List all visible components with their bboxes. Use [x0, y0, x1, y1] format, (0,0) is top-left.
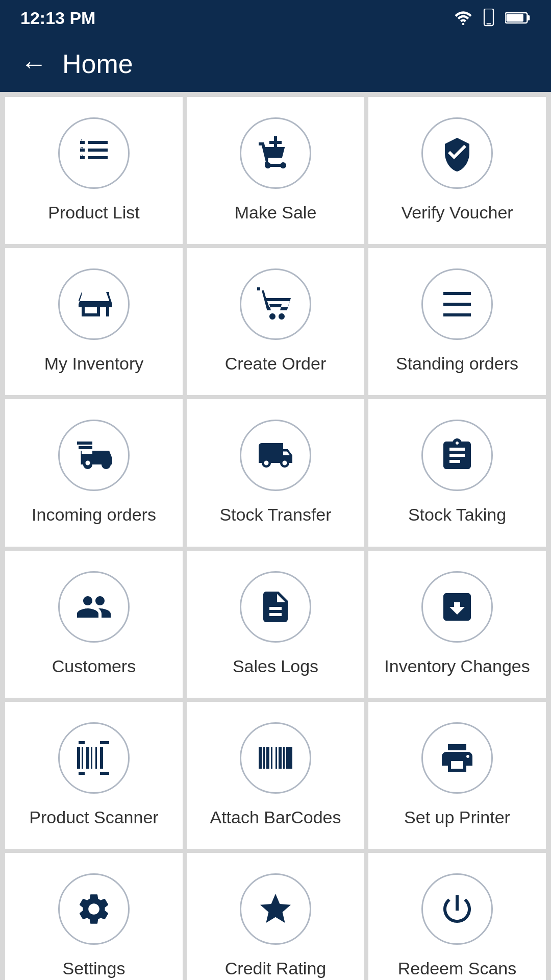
grid-item-customers[interactable]: Customers — [5, 551, 183, 698]
credit-rating-icon — [240, 873, 311, 945]
grid-item-create-order[interactable]: Create Order — [187, 248, 364, 395]
product-scanner-icon — [58, 722, 130, 794]
phone-icon — [482, 9, 496, 27]
svg-rect-4 — [507, 14, 523, 22]
grid-item-attach-barcodes[interactable]: Attach BarCodes — [187, 702, 364, 849]
make-sale-icon — [240, 117, 311, 189]
back-button[interactable]: ← — [20, 48, 47, 79]
grid-item-stock-transfer[interactable]: Stock Transfer — [187, 399, 364, 546]
attach-barcodes-icon — [240, 722, 311, 794]
standing-orders-label: Standing orders — [396, 352, 518, 375]
svg-rect-5 — [527, 15, 530, 20]
standing-orders-icon — [421, 268, 493, 340]
grid-item-sales-logs[interactable]: Sales Logs — [187, 551, 364, 698]
inventory-changes-label: Inventory Changes — [384, 655, 530, 677]
grid-item-product-scanner[interactable]: Product Scanner — [5, 702, 183, 849]
svg-text:1: 1 — [80, 138, 84, 145]
stock-taking-icon — [421, 420, 493, 491]
create-order-icon — [240, 268, 311, 340]
battery-icon — [505, 11, 531, 25]
grid-item-credit-rating[interactable]: Credit Rating — [187, 853, 364, 980]
svg-point-0 — [462, 23, 465, 25]
page-title: Home — [62, 48, 133, 79]
sales-logs-icon — [240, 571, 311, 643]
wifi-icon — [454, 11, 472, 25]
my-inventory-label: My Inventory — [44, 352, 144, 375]
grid-item-set-up-printer[interactable]: Set up Printer — [368, 702, 546, 849]
stock-taking-label: Stock Taking — [408, 503, 506, 526]
svg-rect-9 — [88, 149, 108, 152]
status-bar: 12:13 PM — [0, 0, 551, 36]
grid-item-product-list[interactable]: 123Product List — [5, 97, 183, 244]
settings-icon — [58, 873, 130, 945]
sales-logs-label: Sales Logs — [233, 655, 318, 677]
grid-item-incoming-orders[interactable]: Incoming orders — [5, 399, 183, 546]
inventory-changes-icon — [421, 571, 493, 643]
customers-icon — [58, 571, 130, 643]
product-scanner-label: Product Scanner — [29, 806, 158, 828]
make-sale-label: Make Sale — [235, 201, 317, 224]
grid-item-make-sale[interactable]: Make Sale — [187, 97, 364, 244]
product-list-label: Product List — [48, 201, 140, 224]
svg-text:2: 2 — [80, 146, 84, 153]
svg-rect-2 — [487, 23, 491, 24]
grid-item-verify-voucher[interactable]: Verify Voucher — [368, 97, 546, 244]
set-up-printer-label: Set up Printer — [404, 806, 510, 828]
stock-transfer-label: Stock Transfer — [219, 503, 331, 526]
status-icons — [454, 9, 531, 27]
verify-voucher-label: Verify Voucher — [401, 201, 513, 224]
product-list-icon: 123 — [58, 117, 130, 189]
settings-label: Settings — [63, 957, 126, 979]
svg-text:3: 3 — [80, 154, 84, 161]
attach-barcodes-label: Attach BarCodes — [210, 806, 341, 828]
svg-rect-1 — [484, 9, 493, 26]
main-grid: 123Product ListMake SaleVerify VoucherMy… — [0, 92, 551, 980]
grid-item-inventory-changes[interactable]: Inventory Changes — [368, 551, 546, 698]
create-order-label: Create Order — [225, 352, 326, 375]
svg-rect-15 — [439, 290, 442, 315]
grid-item-standing-orders[interactable]: Standing orders — [368, 248, 546, 395]
grid-item-settings[interactable]: Settings — [5, 853, 183, 980]
redeem-scans-icon — [421, 873, 493, 945]
redeem-scans-label: Redeem Scans — [398, 957, 516, 979]
incoming-orders-label: Incoming orders — [32, 503, 156, 526]
stock-transfer-icon — [240, 420, 311, 491]
incoming-orders-icon — [58, 420, 130, 491]
svg-rect-11 — [88, 156, 108, 159]
verify-voucher-icon — [421, 117, 493, 189]
status-time: 12:13 PM — [20, 8, 95, 28]
grid-item-my-inventory[interactable]: My Inventory — [5, 248, 183, 395]
customers-label: Customers — [52, 655, 136, 677]
credit-rating-label: Credit Rating — [225, 957, 326, 979]
top-bar: ← Home — [0, 36, 551, 92]
set-up-printer-icon — [421, 722, 493, 794]
grid-item-stock-taking[interactable]: Stock Taking — [368, 399, 546, 546]
svg-rect-7 — [88, 141, 108, 144]
my-inventory-icon — [58, 268, 130, 340]
grid-item-redeem-scans[interactable]: Redeem Scans — [368, 853, 546, 980]
